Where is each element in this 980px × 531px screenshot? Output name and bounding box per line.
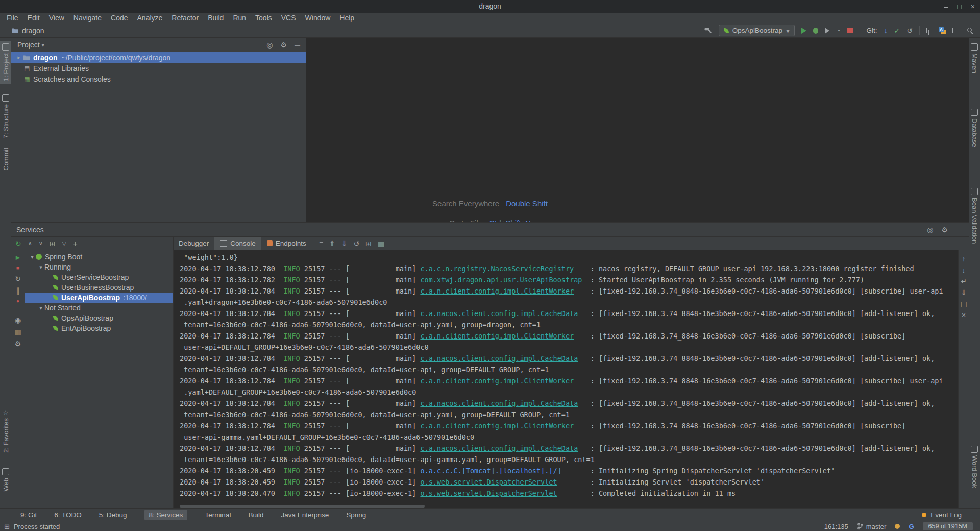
logger-link[interactable]: c.a.n.client.config.impl.ClientWorker — [420, 332, 574, 340]
debug-button[interactable] — [813, 28, 818, 34]
menu-item-code[interactable]: Code — [106, 13, 132, 23]
translation-icon[interactable]: A — [939, 27, 946, 34]
tree-row-not-started-group[interactable]: ▾ Not Started — [24, 303, 173, 313]
start-icon[interactable]: ▶ — [16, 255, 20, 260]
event-log-button[interactable]: Event Log — [922, 511, 980, 519]
menu-item-view[interactable]: View — [44, 13, 69, 23]
logger-link[interactable]: c.a.n.client.config.impl.ClientWorker — [420, 377, 574, 385]
logger-link[interactable]: o.s.web.servlet.DispatcherServlet — [420, 489, 557, 497]
search-everywhere-icon[interactable] — [967, 27, 974, 34]
tab-console[interactable]: Console — [214, 237, 261, 250]
toolbar-debug[interactable]: 5: Debug — [99, 511, 127, 519]
collapse-arrow-icon[interactable]: ▾ — [29, 254, 36, 260]
logger-link[interactable]: c.a.n.client.config.impl.ClientWorker — [420, 422, 574, 430]
tree-row-project-root[interactable]: ▸ dragon ~/Public/project/com/qwfys/drag… — [11, 52, 306, 63]
tab-debugger[interactable]: Debugger — [173, 237, 214, 250]
service-label[interactable]: UserApiBoostrap — [61, 294, 120, 302]
stripe-maven-button[interactable]: Maven — [969, 41, 980, 76]
menu-item-help[interactable]: Help — [335, 13, 359, 23]
logger-link[interactable]: c.a.nacos.client.config.impl.CacheData — [420, 309, 578, 318]
build-hammer-icon[interactable] — [704, 27, 712, 34]
menu-item-tools[interactable]: Tools — [251, 13, 277, 23]
toolbar-git[interactable]: 9: Git — [20, 511, 37, 519]
diff-icon[interactable] — [926, 28, 932, 33]
menu-item-run[interactable]: Run — [228, 13, 251, 23]
restart-icon[interactable]: ↻ — [15, 275, 21, 282]
translate-status-icon[interactable]: G — [909, 523, 914, 530]
close-button[interactable]: × — [971, 3, 975, 11]
service-label[interactable]: UserBusinessBoostrap — [61, 283, 134, 292]
stop-all-icon[interactable]: ● — [16, 299, 19, 304]
menu-item-navigate[interactable]: Navigate — [69, 13, 106, 23]
memory-indicator[interactable]: 659 of 1915M — [923, 522, 973, 530]
options-menu-icon[interactable]: ≡ — [319, 240, 323, 247]
maximize-button[interactable]: □ — [957, 3, 961, 11]
tool-window-switcher-icon[interactable]: ⊞ — [4, 523, 10, 530]
stripe-commit-button[interactable]: Commit — [0, 145, 11, 173]
tab-endpoints[interactable]: Endpoints — [261, 237, 312, 250]
services-panel-title[interactable]: Services — [16, 226, 44, 234]
toolbar-java-enterprise[interactable]: Java Enterprise — [281, 511, 329, 519]
gear-icon[interactable]: ⚙ — [941, 226, 948, 233]
breadcrumb-project[interactable]: dragon — [22, 27, 44, 35]
tree-row-userapiboostrap[interactable]: UserApiBoostrap :18000/ — [24, 293, 173, 303]
add-service-icon[interactable]: + — [73, 239, 78, 247]
logger-link[interactable]: c.a.n.client.config.impl.ClientWorker — [420, 287, 574, 295]
rerun-icon[interactable]: ↻ — [15, 240, 21, 247]
print-icon[interactable]: ▤ — [960, 300, 967, 307]
logger-link[interactable]: c.a.nacos.client.config.impl.CacheData — [420, 444, 578, 452]
external-libraries-label[interactable]: External Libraries — [33, 64, 89, 73]
stripe-favorites-button[interactable]: ☆ 2: Favorites — [0, 407, 11, 455]
logger-link[interactable]: o.s.web.servlet.DispatcherServlet — [420, 478, 557, 486]
clear-console-icon[interactable]: × — [962, 311, 966, 319]
rollback-button[interactable]: ↺ — [906, 27, 913, 34]
scroll-to-bottom-icon[interactable]: ↓ — [962, 267, 966, 274]
menu-item-refactor[interactable]: Refactor — [167, 13, 203, 23]
group-tabs-icon[interactable]: ⊞ — [365, 240, 372, 247]
menu-item-build[interactable]: Build — [203, 13, 228, 23]
stripe-database-button[interactable]: Database — [969, 106, 980, 150]
running-group-label[interactable]: Running — [44, 263, 71, 271]
service-label[interactable]: EntApiBoostrap — [61, 324, 111, 332]
service-label[interactable]: OpsApiBoostrap — [61, 314, 113, 322]
menu-item-analyze[interactable]: Analyze — [133, 13, 167, 23]
scroll-to-top-icon[interactable]: ↑ — [962, 255, 966, 262]
screenshot-icon[interactable]: ◉ — [15, 317, 21, 324]
stop-button[interactable] — [847, 28, 853, 33]
run-configuration-selector[interactable]: OpsApiBoostrap ▾ — [719, 25, 795, 36]
soft-wrap-icon[interactable]: ↵ — [961, 278, 967, 285]
service-label[interactable]: UserServiceBoostrap — [61, 273, 129, 281]
console-output[interactable]: "weight":1.0}2020-04-17 18:38:12.780 INF… — [174, 250, 959, 509]
table-view-icon[interactable]: ▦ — [378, 240, 384, 247]
project-panel-title[interactable]: Project — [17, 41, 40, 49]
hide-panel-icon[interactable]: — — [295, 42, 300, 48]
settings-icon[interactable]: ⚙ — [15, 340, 21, 347]
locate-file-icon[interactable]: ◎ — [266, 41, 273, 49]
service-url-link[interactable]: :18000/ — [123, 294, 147, 302]
stripe-word-book-button[interactable]: Word Book — [969, 443, 980, 491]
stripe-web-button[interactable]: Web — [0, 466, 11, 494]
git-branch-widget[interactable]: master — [857, 523, 887, 530]
filter-icon[interactable]: ▽ — [62, 240, 66, 246]
gradle-sync-icon[interactable] — [895, 524, 900, 529]
spring-boot-label[interactable]: Spring Boot — [45, 253, 82, 261]
breadcrumb[interactable]: dragon — [0, 27, 44, 35]
tree-row-opsapiboostrap[interactable]: OpsApiBoostrap — [24, 313, 173, 323]
logger-link[interactable]: com.xtwj.dragon.api.usr.UserApiBoostrap — [420, 276, 582, 284]
gear-icon[interactable]: ⚙ — [280, 41, 287, 49]
expand-all-icon[interactable]: ∨ — [39, 240, 43, 246]
toolbar-spring[interactable]: Spring — [346, 511, 366, 519]
scroll-up-icon[interactable]: ⇑ — [329, 240, 335, 247]
collapse-arrow-icon[interactable]: ▾ — [37, 264, 44, 271]
logger-link[interactable]: c.a.nacos.client.config.impl.CacheData — [420, 354, 578, 363]
toolbar-terminal[interactable]: Terminal — [205, 511, 231, 519]
screenshot-icon[interactable] — [952, 28, 960, 33]
menu-item-file[interactable]: File — [2, 13, 23, 23]
profiler-button[interactable]: ◔ — [836, 27, 840, 34]
tree-row-running-group[interactable]: ▾ Running — [24, 262, 173, 272]
toolbar-services[interactable]: 8: Services — [144, 510, 188, 520]
tree-row-external-libraries[interactable]: ▤ External Libraries — [11, 63, 306, 74]
commit-button[interactable]: ✓ — [894, 27, 900, 34]
tree-row-spring-boot[interactable]: ▾ Spring Boot — [24, 252, 173, 262]
scroll-down-icon[interactable]: ⇓ — [341, 240, 348, 247]
